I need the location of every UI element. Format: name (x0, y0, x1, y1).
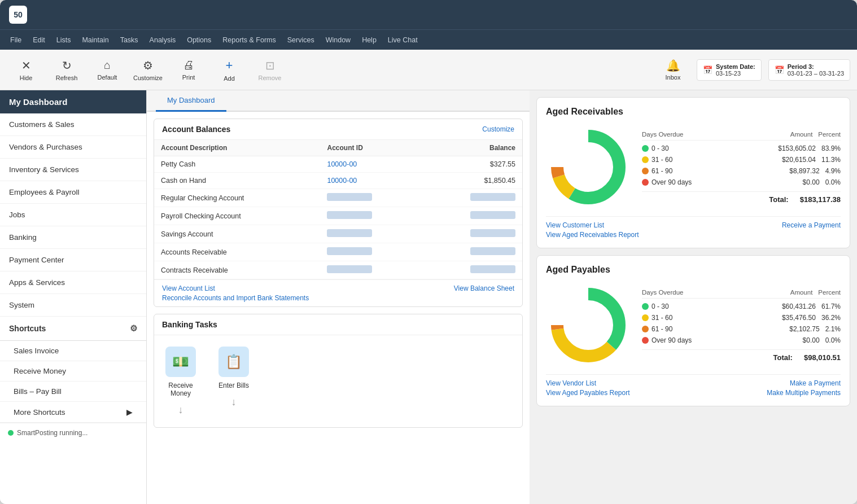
legend-row: 31 - 60 $35,476.50 36.2% (642, 312, 841, 323)
account-desc-cell: Petty Cash (154, 156, 320, 173)
sidebar-shortcut-receive-money[interactable]: Receive Money (0, 361, 146, 382)
remove-button[interactable]: ⊡ Remove (251, 53, 289, 87)
toolbar-right: 🔔 Inbox 📅 System Date: 03-15-23 📅 Period… (656, 53, 850, 87)
legend-dot (642, 145, 649, 152)
print-label: Print (182, 74, 195, 81)
default-icon: ⌂ (104, 59, 111, 72)
sidebar-item-system[interactable]: System (0, 294, 146, 317)
sidebar-item-apps-services[interactable]: Apps & Services (0, 271, 146, 294)
sidebar-shortcut-sales-invoice[interactable]: Sales Invoice (0, 341, 146, 361)
view-customer-list-link[interactable]: View Customer List (546, 221, 639, 229)
menu-reports-forms[interactable]: Reports & Forms (217, 34, 281, 46)
view-vendor-list-link[interactable]: View Vendor List (546, 379, 630, 387)
sidebar-item-employees-payroll[interactable]: Employees & Payroll (0, 181, 146, 204)
enter-bills-icon: 📋 (225, 354, 242, 370)
shortcuts-label: Shortcuts (9, 324, 46, 333)
default-button[interactable]: ⌂ Default (88, 53, 126, 87)
legend-amount: $0.00 (803, 336, 820, 344)
more-shortcuts-item[interactable]: More Shortcuts ▶ (0, 402, 146, 423)
table-row: Cash on Hand 10000-00 $1,850.45 (154, 173, 522, 189)
legend-label: Over 90 days (642, 336, 797, 344)
view-balance-sheet-link[interactable]: View Balance Sheet (454, 284, 514, 302)
period-value: 03-01-23 – 03-31-23 (788, 70, 844, 77)
legend-header-percent: Percent (818, 131, 841, 138)
menu-edit[interactable]: Edit (27, 34, 51, 46)
account-desc-cell: Accounts Receivable (154, 243, 320, 261)
sidebar-item-banking[interactable]: Banking (0, 226, 146, 249)
ap-total-amount: $98,010.51 (804, 353, 841, 362)
shortcuts-gear-icon[interactable]: ⚙ (130, 323, 137, 334)
menu-options[interactable]: Options (181, 34, 217, 46)
legend-percent: 2.1% (825, 325, 841, 333)
system-date-box: 📅 System Date: 03-15-23 (697, 59, 762, 81)
hide-button[interactable]: ✕ Hide (7, 53, 45, 87)
sidebar-item-payment-center[interactable]: Payment Center (0, 249, 146, 271)
table-row: Savings Account (154, 225, 522, 243)
account-balance-cell (421, 225, 522, 243)
customize-button[interactable]: ⚙ Customize (129, 53, 167, 87)
reconcile-link[interactable]: Reconcile Accounts and Import Bank State… (162, 294, 445, 302)
sidebar-shortcut-bills-pay-bill[interactable]: Bills – Pay Bill (0, 382, 146, 402)
account-id-cell[interactable]: 10000-00 (320, 156, 421, 173)
right-panel: Aged Receivables (530, 90, 857, 504)
ap-total: Total: $98,010.51 (642, 349, 841, 362)
legend-amount: $35,476.50 (782, 314, 816, 322)
inbox-icon: 🔔 (666, 59, 680, 72)
menu-maintain[interactable]: Maintain (76, 34, 114, 46)
hide-label: Hide (20, 74, 33, 81)
menu-analysis[interactable]: Analysis (144, 34, 182, 46)
menu-help[interactable]: Help (356, 34, 382, 46)
sidebar-item-jobs[interactable]: Jobs (0, 204, 146, 226)
legend-label: 0 - 30 (642, 303, 776, 310)
account-id-cell[interactable]: 10000-00 (320, 173, 421, 189)
col-account-desc: Account Description (154, 140, 320, 156)
sidebar-item-customers-sales[interactable]: Customers & Sales (0, 113, 146, 136)
period-label: Period 3: (788, 63, 844, 70)
legend-label: 61 - 90 (642, 167, 784, 175)
print-button[interactable]: 🖨 Print (169, 53, 208, 87)
account-balance-cell (421, 207, 522, 225)
make-multiple-payments-link[interactable]: Make Multiple Payments (767, 389, 841, 397)
receive-payment-link[interactable]: Receive a Payment (782, 221, 841, 239)
menu-file[interactable]: File (5, 34, 27, 46)
view-aged-receivables-report-link[interactable]: View Aged Receivables Report (546, 231, 639, 239)
inbox-button[interactable]: 🔔 Inbox (656, 53, 690, 87)
ap-legend-header-days: Days Overdue (642, 289, 785, 296)
menu-services[interactable]: Services (282, 34, 320, 46)
account-id-cell (320, 243, 421, 261)
view-aged-payables-report-link[interactable]: View Aged Payables Report (546, 389, 630, 397)
customize-link[interactable]: Customize (482, 125, 514, 133)
shortcuts-section[interactable]: Shortcuts ⚙ (0, 317, 146, 341)
menu-window[interactable]: Window (320, 34, 356, 46)
banking-tasks-content: 💵 ReceiveMoney ↓ 📋 Enter Bills ↓ (154, 335, 522, 427)
toolbar: ✕ Hide ↻ Refresh ⌂ Default ⚙ Customize 🖨… (0, 50, 857, 90)
sidebar-item-vendors-purchases[interactable]: Vendors & Purchases (0, 136, 146, 159)
receive-money-icon-box: 💵 (165, 347, 196, 377)
account-balance-cell: $1,850.45 (421, 173, 522, 189)
legend-dot (642, 303, 649, 310)
add-button[interactable]: + Add (210, 53, 248, 87)
receive-money-icon: 💵 (172, 354, 189, 370)
hide-icon: ✕ (21, 59, 31, 72)
task-receive-money[interactable]: 💵 ReceiveMoney ↓ (165, 347, 196, 416)
legend-row: 31 - 60 $20,615.04 11.3% (642, 154, 841, 165)
account-id-cell (320, 207, 421, 225)
legend-percent: 0.0% (825, 336, 841, 344)
legend-label: 31 - 60 (642, 314, 776, 322)
menu-tasks[interactable]: Tasks (115, 34, 144, 46)
legend-row: 0 - 30 $60,431.26 61.7% (642, 301, 841, 312)
refresh-button[interactable]: ↻ Refresh (47, 53, 86, 87)
ap-legend-header-amount: Amount (790, 289, 813, 296)
table-row: Accounts Receivable (154, 243, 522, 261)
legend-row: Over 90 days $0.00 0.0% (642, 177, 841, 188)
menu-live-chat[interactable]: Live Chat (382, 34, 423, 46)
menu-lists[interactable]: Lists (51, 34, 77, 46)
view-account-list-link[interactable]: View Account List (162, 284, 445, 292)
table-row: Contracts Receivable (154, 261, 522, 279)
enter-bills-label: Enter Bills (218, 382, 249, 389)
aged-payables-body: Days Overdue Amount Percent 0 - 30 $60,4… (546, 283, 841, 367)
make-payment-link[interactable]: Make a Payment (790, 379, 841, 387)
sidebar-item-inventory-services[interactable]: Inventory & Services (0, 159, 146, 181)
tab-my-dashboard[interactable]: My Dashboard (156, 90, 226, 112)
task-enter-bills[interactable]: 📋 Enter Bills ↓ (218, 347, 249, 408)
